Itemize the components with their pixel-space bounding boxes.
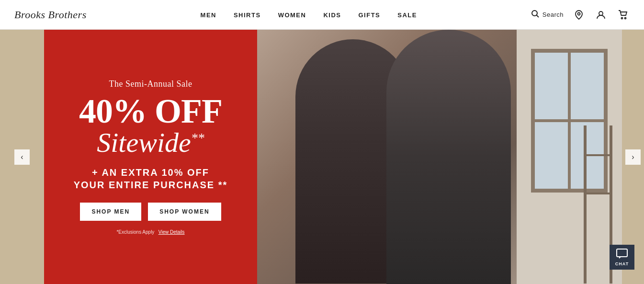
hero-subtitle: The Semi-Annual Sale: [109, 79, 192, 89]
logo[interactable]: Brooks Brothers: [14, 9, 87, 21]
search-icon: [531, 10, 540, 20]
hero-left-bg: ‹: [0, 30, 44, 284]
search-button[interactable]: Search: [531, 10, 564, 20]
svg-point-5: [624, 17, 626, 19]
svg-point-0: [532, 11, 537, 16]
window-crossbar-v: [568, 53, 571, 189]
hero-main-discount: 40% OFF: [79, 94, 222, 128]
hero-section: ‹ The Semi-Annual Sale 40% OFF Sitewide*…: [0, 30, 644, 284]
prev-button[interactable]: ‹: [14, 149, 30, 165]
cart-button[interactable]: [616, 8, 630, 22]
chat-label: CHAT: [615, 261, 629, 266]
svg-rect-6: [617, 249, 627, 257]
hero-sitewide: Sitewide**: [97, 128, 204, 158]
svg-point-3: [599, 11, 603, 15]
header-actions: Search: [531, 8, 630, 22]
svg-point-4: [621, 17, 622, 19]
chat-icon: [616, 249, 628, 261]
header: Brooks Brothers MENSHIRTSWOMENKIDSGIFTSS…: [0, 0, 644, 30]
nav-item-kids[interactable]: KIDS: [323, 11, 341, 19]
svg-point-2: [577, 12, 580, 15]
view-details-link[interactable]: View Details: [158, 229, 185, 235]
hero-photo: [257, 30, 622, 284]
nav-item-sale[interactable]: SALE: [397, 11, 417, 19]
next-button[interactable]: ›: [625, 149, 641, 165]
nav-item-women[interactable]: WOMEN: [278, 11, 306, 19]
hero-promo-panel: The Semi-Annual Sale 40% OFF Sitewide** …: [44, 30, 257, 284]
prev-icon: ‹: [21, 153, 23, 161]
hero-buttons: SHOP MEN SHOP WOMEN: [80, 203, 221, 221]
location-button[interactable]: [572, 8, 586, 22]
account-button[interactable]: [594, 8, 608, 22]
nav-item-shirts[interactable]: SHIRTS: [234, 11, 261, 19]
hero-extra-offer: + AN EXTRA 10% OFF YOUR ENTIRE PURCHASE …: [74, 166, 228, 191]
ladder: [584, 125, 612, 284]
figure-man: [386, 30, 511, 284]
shop-men-button[interactable]: SHOP MEN: [80, 203, 141, 221]
svg-line-1: [536, 15, 539, 18]
brick-wall: [517, 30, 622, 284]
search-label: Search: [542, 11, 564, 18]
hero-disclaimer: *Exclusions Apply View Details: [116, 229, 184, 235]
main-nav: MENSHIRTSWOMENKIDSGIFTSSALE: [201, 11, 417, 19]
next-icon: ›: [632, 153, 634, 161]
shop-women-button[interactable]: SHOP WOMEN: [148, 203, 221, 221]
nav-item-men[interactable]: MEN: [201, 11, 216, 19]
chat-button[interactable]: CHAT: [610, 245, 634, 270]
nav-item-gifts[interactable]: GIFTS: [358, 11, 380, 19]
